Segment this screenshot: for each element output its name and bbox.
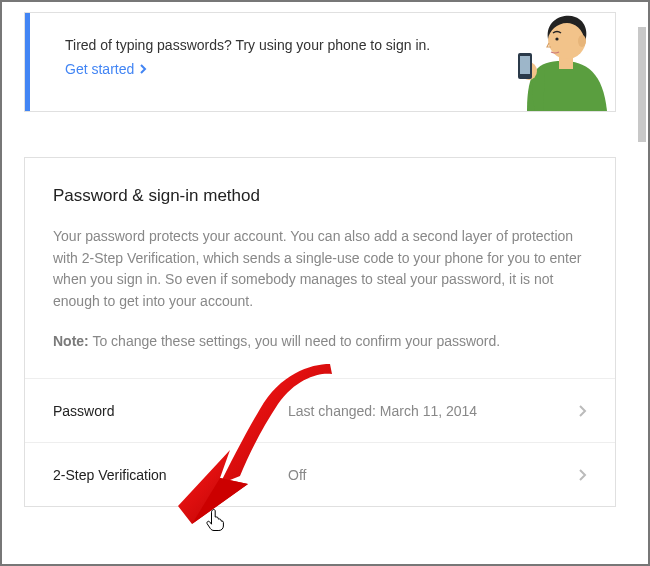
card-description: Your password protects your account. You…: [53, 226, 587, 313]
promo-accent-bar: [25, 13, 30, 111]
promo-title: Tired of typing passwords? Try using you…: [65, 37, 475, 53]
chevron-right-icon: [140, 64, 148, 74]
get-started-link[interactable]: Get started: [65, 61, 148, 77]
two-step-row-label: 2-Step Verification: [53, 467, 288, 483]
two-step-row-value: Off: [288, 467, 578, 483]
card-heading: Password & sign-in method: [53, 186, 587, 206]
scrollbar-track[interactable]: [636, 2, 648, 564]
two-step-verification-row[interactable]: 2-Step Verification Off: [25, 442, 615, 506]
password-row-label: Password: [53, 403, 288, 419]
password-row[interactable]: Password Last changed: March 11, 2014: [25, 378, 615, 442]
note-label: Note:: [53, 333, 89, 349]
password-row-value: Last changed: March 11, 2014: [288, 403, 578, 419]
person-phone-illustration: [487, 12, 615, 111]
svg-point-2: [578, 35, 586, 47]
chevron-right-icon: [578, 404, 587, 418]
chevron-right-icon: [578, 468, 587, 482]
scrollbar-thumb[interactable]: [638, 27, 646, 142]
get-started-label: Get started: [65, 61, 134, 77]
card-note: Note: To change these settings, you will…: [53, 331, 587, 353]
note-text: To change these settings, you will need …: [89, 333, 500, 349]
svg-point-3: [555, 37, 558, 40]
svg-rect-6: [520, 56, 530, 74]
password-signin-card: Password & sign-in method Your password …: [24, 157, 616, 507]
phone-signin-promo-card: Tired of typing passwords? Try using you…: [24, 12, 616, 112]
